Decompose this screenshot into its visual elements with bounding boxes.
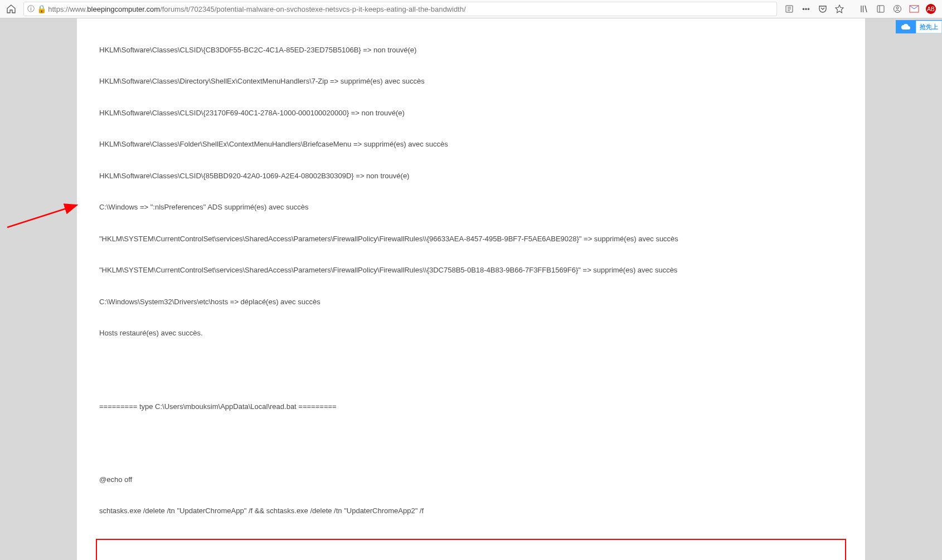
toolbar-right: ••• AB bbox=[781, 1, 939, 17]
browser-toolbar: ⓘ 🔒 https://www.bleepingcomputer.com/for… bbox=[0, 0, 942, 18]
more-icon[interactable]: ••• bbox=[798, 1, 814, 17]
log-line: "HKLM\SYSTEM\CurrentControlSet\services\… bbox=[99, 265, 843, 276]
log-line: HKLM\Software\Classes\Directory\ShellEx\… bbox=[99, 76, 843, 87]
lock-icon: 🔒 bbox=[37, 4, 46, 13]
info-icon: ⓘ bbox=[27, 4, 35, 14]
svg-line-6 bbox=[865, 6, 867, 12]
log-output: HKLM\Software\Classes\CLSID\{CB3D0F55-BC… bbox=[99, 24, 843, 560]
url-bar[interactable]: ⓘ 🔒 https://www.bleepingcomputer.com/for… bbox=[23, 2, 777, 16]
svg-line-13 bbox=[7, 205, 77, 227]
mail-icon[interactable] bbox=[906, 1, 922, 17]
log-line: C:\Windows => ":nlsPreferences" ADS supp… bbox=[99, 202, 843, 213]
log-line: HKLM\Software\Classes\CLSID\{23170F69-40… bbox=[99, 108, 843, 119]
log-line: C:\Windows\System32\Drivers\etc\hosts =>… bbox=[99, 297, 843, 308]
extension-label: 抢先上 bbox=[916, 21, 942, 33]
library-icon[interactable] bbox=[856, 1, 872, 17]
url-text: https://www.bleepingcomputer.com/forums/… bbox=[48, 5, 465, 13]
highlighted-malicious-command: schtasks.exe /create /ru SYSTEM /sc minu… bbox=[96, 539, 846, 560]
reader-mode-icon[interactable] bbox=[781, 1, 797, 17]
account-icon[interactable] bbox=[890, 1, 905, 17]
cloud-icon bbox=[896, 21, 916, 32]
log-line: schtasks.exe /delete /tn "UpdaterChromeA… bbox=[99, 506, 843, 517]
bookmark-star-icon[interactable] bbox=[832, 1, 847, 17]
log-line: @echo off bbox=[99, 475, 843, 485]
section-header: ========= type C:\Users\mbouksim\AppData… bbox=[99, 402, 843, 412]
cloud-extension-badge[interactable]: 抢先上 bbox=[896, 20, 942, 33]
log-line: Hosts restauré(es) avec succès. bbox=[99, 328, 843, 339]
log-line: HKLM\Software\Classes\Folder\ShellEx\Con… bbox=[99, 139, 843, 150]
annotation-arrow bbox=[4, 180, 82, 236]
pocket-icon[interactable] bbox=[815, 1, 831, 17]
log-line: HKLM\Software\Classes\CLSID\{85BBD920-42… bbox=[99, 171, 843, 182]
sidebar-icon[interactable] bbox=[873, 1, 888, 17]
adblock-icon[interactable]: AB bbox=[923, 1, 939, 17]
log-line: HKLM\Software\Classes\CLSID\{CB3D0F55-BC… bbox=[99, 45, 843, 56]
svg-point-10 bbox=[896, 7, 899, 9]
home-button[interactable] bbox=[3, 1, 19, 17]
log-line: "HKLM\SYSTEM\CurrentControlSet\services\… bbox=[99, 234, 843, 245]
forum-post-content: HKLM\Software\Classes\CLSID\{CB3D0F55-BC… bbox=[77, 18, 865, 560]
svg-rect-7 bbox=[877, 6, 884, 12]
